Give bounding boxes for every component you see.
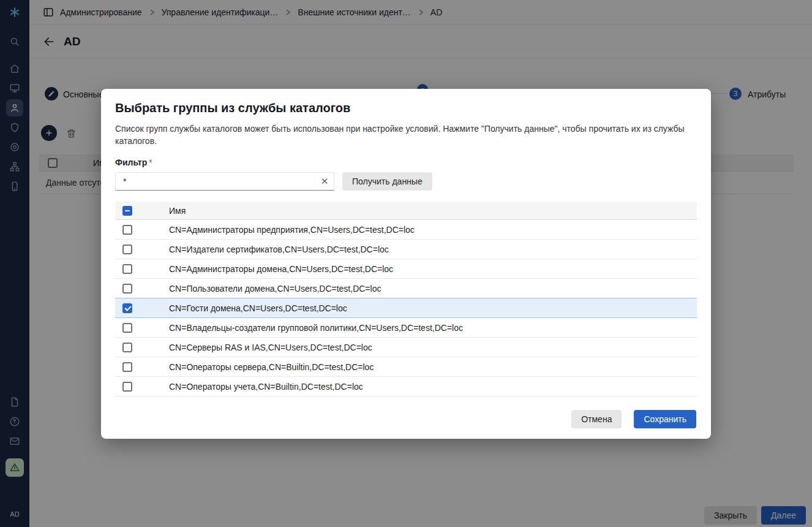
row-checkbox[interactable] bbox=[122, 382, 132, 392]
groups-table-header: Имя bbox=[115, 202, 697, 220]
row-checkbox[interactable] bbox=[122, 284, 132, 294]
filter-row: ✕ Получить данные bbox=[115, 172, 696, 191]
table-row[interactable]: CN=Пользователи домена,CN=Users,DC=test,… bbox=[115, 279, 697, 298]
screen: AD Администрирование Управление идентифи… bbox=[0, 0, 812, 527]
table-row[interactable]: CN=Издатели сертификатов,CN=Users,DC=tes… bbox=[115, 240, 697, 259]
groups-table-body: CN=Администраторы предприятия,CN=Users,D… bbox=[115, 220, 697, 396]
row-checkbox[interactable] bbox=[122, 362, 132, 372]
row-checkbox[interactable] bbox=[122, 245, 132, 254]
table-row[interactable]: CN=Операторы учета,CN=Builtin,DC=test,DC… bbox=[115, 377, 697, 396]
row-checkbox[interactable] bbox=[122, 323, 132, 333]
name-column-header: Имя bbox=[169, 206, 186, 216]
row-checkbox[interactable] bbox=[122, 225, 132, 235]
row-name: CN=Операторы учета,CN=Builtin,DC=test,DC… bbox=[169, 382, 363, 392]
table-row[interactable]: CN=Гости домена,CN=Users,DC=test,DC=loc bbox=[115, 298, 697, 318]
select-all-checkbox[interactable] bbox=[122, 206, 132, 216]
row-checkbox[interactable] bbox=[122, 343, 132, 352]
row-name: CN=Гости домена,CN=Users,DC=test,DC=loc bbox=[169, 303, 347, 313]
row-name: CN=Администраторы домена,CN=Users,DC=tes… bbox=[169, 264, 393, 274]
dialog-description: Список групп службы каталогов может быть… bbox=[115, 123, 688, 147]
fetch-data-button[interactable]: Получить данные bbox=[342, 172, 432, 191]
save-button[interactable]: Сохранить bbox=[634, 410, 696, 428]
groups-table: Имя CN=Администраторы предприятия,CN=Use… bbox=[115, 202, 697, 396]
clear-filter-icon[interactable]: ✕ bbox=[317, 174, 332, 189]
row-name: CN=Администраторы предприятия,CN=Users,D… bbox=[169, 225, 415, 235]
row-name: CN=Пользователи домена,CN=Users,DC=test,… bbox=[169, 284, 381, 294]
cancel-button[interactable]: Отмена bbox=[571, 410, 622, 428]
table-row[interactable]: CN=Серверы RAS и IAS,CN=Users,DC=test,DC… bbox=[115, 338, 697, 357]
filter-input[interactable] bbox=[115, 172, 334, 191]
select-groups-dialog: Выбрать группы из службы каталогов Списо… bbox=[101, 89, 711, 439]
row-checkbox[interactable] bbox=[122, 264, 132, 274]
table-row[interactable]: CN=Администраторы предприятия,CN=Users,D… bbox=[115, 220, 697, 240]
row-name: CN=Владельцы-создатели групповой политик… bbox=[169, 323, 463, 333]
row-name: CN=Операторы сервера,CN=Builtin,DC=test,… bbox=[169, 362, 374, 372]
table-row[interactable]: CN=Администраторы домена,CN=Users,DC=tes… bbox=[115, 259, 697, 279]
required-asterisk: * bbox=[149, 157, 152, 167]
row-name: CN=Серверы RAS и IAS,CN=Users,DC=test,DC… bbox=[169, 343, 372, 352]
table-row[interactable]: CN=Владельцы-создатели групповой политик… bbox=[115, 318, 697, 338]
row-name: CN=Издатели сертификатов,CN=Users,DC=tes… bbox=[169, 245, 389, 254]
filter-label: Фильтр* bbox=[115, 157, 696, 167]
dialog-footer: Отмена Сохранить bbox=[115, 410, 696, 428]
row-checkbox[interactable] bbox=[122, 303, 132, 313]
table-row[interactable]: CN=Операторы сервера,CN=Builtin,DC=test,… bbox=[115, 357, 697, 377]
dialog-title: Выбрать группы из службы каталогов bbox=[115, 101, 696, 115]
